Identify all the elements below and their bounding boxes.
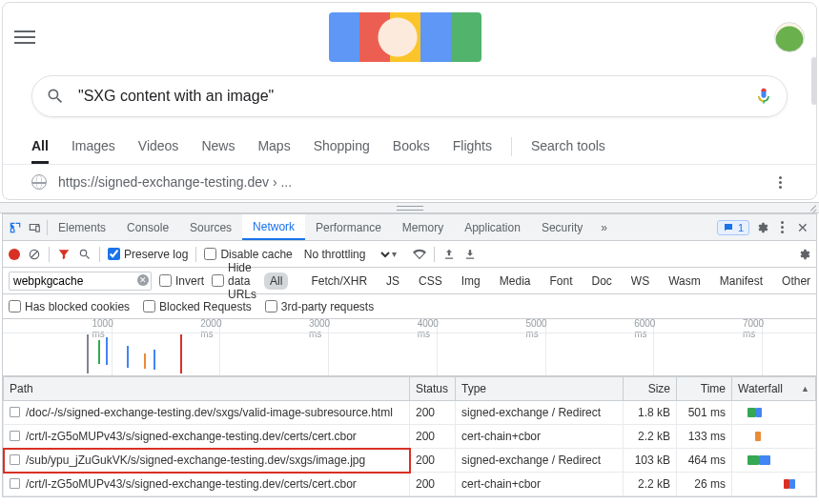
col-type[interactable]: Type [456,377,624,401]
tab-news[interactable]: News [201,129,235,164]
blocked-requests-checkbox[interactable]: Blocked Requests [143,300,252,313]
inspect-icon[interactable] [9,221,22,234]
col-status[interactable]: Status [410,377,456,401]
col-waterfall[interactable]: Waterfall [732,377,816,401]
network-conditions-icon[interactable] [413,248,426,261]
type-img[interactable]: Img [456,272,486,290]
hide-data-urls-checkbox[interactable]: Hide data URLs [212,261,256,301]
close-devtools-icon[interactable]: ✕ [795,220,810,235]
third-party-checkbox[interactable]: 3rd-party requests [265,300,374,313]
network-table: Path Status Type Size Time Waterfall /do… [3,376,816,496]
panel-network[interactable]: Network [242,214,305,240]
col-size[interactable]: Size [624,377,677,401]
table-row[interactable]: /crt/l-zG5oMUPv43/s/signed-exchange-test… [4,425,816,449]
panel-sources[interactable]: Sources [179,214,242,240]
logo-doodle [35,12,774,62]
table-row[interactable]: /doc/-/s/signed-exchange-testing.dev/sxg… [4,401,816,425]
issues-icon [723,222,734,233]
devtools-tabs: Elements Console Sources Network Perform… [3,214,816,241]
type-fetchxhr[interactable]: Fetch/XHR [305,272,373,290]
panel-memory[interactable]: Memory [392,214,454,240]
search-icon [46,87,65,106]
tab-all[interactable]: All [31,129,49,164]
type-media[interactable]: Media [494,272,537,290]
devtools-menu-icon[interactable] [774,221,789,233]
page-scrollbar[interactable] [811,57,817,105]
network-overview[interactable]: 1000 ms2000 ms3000 ms4000 ms5000 ms6000 … [3,319,816,376]
tab-books[interactable]: Books [393,129,430,164]
search-input[interactable] [78,88,741,105]
search-bar[interactable] [31,75,788,117]
upload-har-icon[interactable] [442,248,456,261]
avatar[interactable] [774,22,805,52]
type-all[interactable]: All [264,272,288,290]
search-network-icon[interactable] [78,248,92,261]
search-tools[interactable]: Search tools [531,129,605,164]
mic-icon[interactable] [754,87,773,106]
table-row[interactable]: /sub/ypu_jZuGukVK/s/signed-exchange-test… [4,449,816,473]
pane-splitter[interactable] [0,202,819,213]
tab-maps[interactable]: Maps [257,129,290,164]
result-url[interactable]: https://signed-exchange-testing.dev › ..… [58,174,292,190]
table-row[interactable]: /crt/l-zG5oMUPv43/s/signed-exchange-test… [4,473,816,496]
type-other[interactable]: Other [776,272,816,290]
panel-application[interactable]: Application [454,214,531,240]
panel-console[interactable]: Console [116,214,179,240]
filter-icon[interactable] [57,248,71,261]
device-toggle-icon[interactable] [28,221,41,234]
clear-button[interactable] [28,248,41,261]
type-font[interactable]: Font [543,272,578,290]
col-path[interactable]: Path [4,377,410,401]
record-button[interactable] [9,249,20,260]
issues-badge[interactable]: 1 [717,220,749,235]
panel-elements[interactable]: Elements [48,214,116,240]
disable-cache-checkbox[interactable]: Disable cache [204,248,292,261]
type-ws[interactable]: WS [625,272,655,290]
download-har-icon[interactable] [463,248,477,261]
network-filter-input[interactable] [9,272,152,291]
type-doc[interactable]: Doc [585,272,617,290]
panel-performance[interactable]: Performance [305,214,392,240]
kebab-icon[interactable] [772,176,788,189]
panel-security[interactable]: Security [531,214,593,240]
tab-flights[interactable]: Flights [453,129,492,164]
search-tabs: All Images Videos News Maps Shopping Boo… [3,129,816,165]
has-blocked-cookies-checkbox[interactable]: Has blocked cookies [9,300,130,313]
tab-images[interactable]: Images [72,129,115,164]
network-settings-icon[interactable] [797,248,810,261]
svg-rect-0 [36,226,40,232]
col-time[interactable]: Time [677,377,732,401]
tab-videos[interactable]: Videos [138,129,179,164]
type-js[interactable]: JS [380,272,405,290]
invert-checkbox[interactable]: Invert [159,274,204,288]
type-manifest[interactable]: Manifest [714,272,768,290]
clear-filter-icon[interactable]: ✕ [137,274,149,286]
globe-icon [31,174,47,190]
type-css[interactable]: CSS [413,272,448,290]
menu-icon[interactable] [14,27,35,48]
preserve-log-checkbox[interactable]: Preserve log [108,248,188,261]
type-wasm[interactable]: Wasm [663,272,706,290]
settings-icon[interactable] [755,221,768,234]
more-panels-icon[interactable]: » [593,221,615,234]
svg-line-2 [31,251,38,257]
tab-shopping[interactable]: Shopping [314,129,370,164]
throttling-select[interactable]: No throttling▾ [300,247,394,262]
